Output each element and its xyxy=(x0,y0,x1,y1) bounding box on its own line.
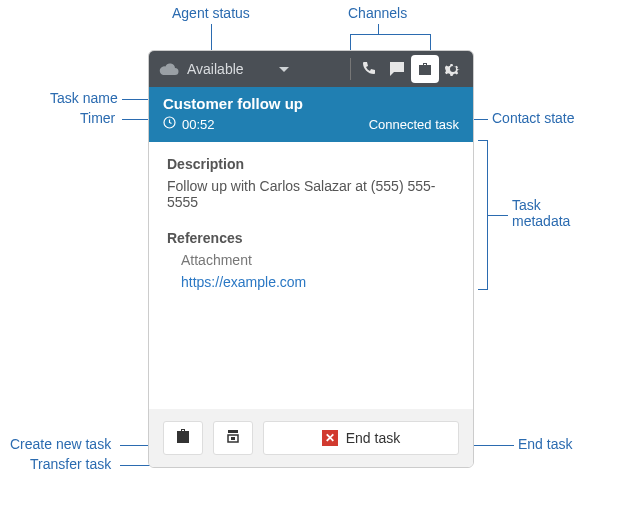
task-timer: 00:52 xyxy=(163,116,215,132)
ann-line xyxy=(122,99,150,100)
ann-line xyxy=(378,24,379,34)
references-label: References xyxy=(167,230,455,246)
task-body: Description Follow up with Carlos Salaza… xyxy=(149,142,473,409)
agent-status-label: Available xyxy=(187,61,244,77)
agent-status-selector[interactable]: Available xyxy=(159,60,290,78)
task-name: Customer follow up xyxy=(163,95,459,112)
channel-chat[interactable] xyxy=(383,55,411,83)
channel-task[interactable] xyxy=(411,55,439,83)
svg-rect-3 xyxy=(231,437,235,440)
briefcase-icon xyxy=(175,429,191,447)
clock-icon xyxy=(163,116,176,132)
cloud-icon xyxy=(159,62,179,76)
ann-line xyxy=(211,24,212,52)
create-task-button[interactable] xyxy=(163,421,203,455)
transfer-icon xyxy=(225,428,241,448)
task-footer: ✕ End task xyxy=(149,409,473,467)
close-icon: ✕ xyxy=(322,430,338,446)
ann-end-task: End task xyxy=(518,436,572,452)
ann-transfer-task: Transfer task xyxy=(30,456,111,472)
ann-bracket xyxy=(478,140,488,290)
channel-voice[interactable] xyxy=(355,55,383,83)
description-text: Follow up with Carlos Salazar at (555) 5… xyxy=(167,178,455,210)
ccp-panel: Available Customer follow up 00:52 xyxy=(148,50,474,468)
ann-create-new-task: Create new task xyxy=(10,436,111,452)
attachment-label: Attachment xyxy=(181,252,455,268)
ann-agent-status: Agent status xyxy=(172,5,250,21)
chevron-down-icon xyxy=(278,60,290,78)
ann-line xyxy=(350,34,430,35)
ann-line xyxy=(474,119,488,120)
end-task-label: End task xyxy=(346,430,400,446)
ann-line xyxy=(488,215,508,216)
settings-button[interactable] xyxy=(439,55,467,83)
transfer-task-button[interactable] xyxy=(213,421,253,455)
task-header: Customer follow up 00:52 Connected task xyxy=(149,87,473,142)
description-label: Description xyxy=(167,156,455,172)
ann-task-name: Task name xyxy=(50,90,118,106)
separator xyxy=(350,58,351,80)
ann-contact-state: Contact state xyxy=(492,110,575,126)
contact-state: Connected task xyxy=(369,117,459,132)
ann-line xyxy=(122,119,150,120)
attachment-link[interactable]: https://example.com xyxy=(181,274,455,290)
end-task-button[interactable]: ✕ End task xyxy=(263,421,459,455)
ann-timer: Timer xyxy=(80,110,115,126)
task-timer-value: 00:52 xyxy=(182,117,215,132)
ann-channels: Channels xyxy=(348,5,407,21)
ann-task-metadata: Task metadata xyxy=(512,197,570,229)
topbar: Available xyxy=(149,51,473,87)
svg-rect-1 xyxy=(228,430,238,433)
